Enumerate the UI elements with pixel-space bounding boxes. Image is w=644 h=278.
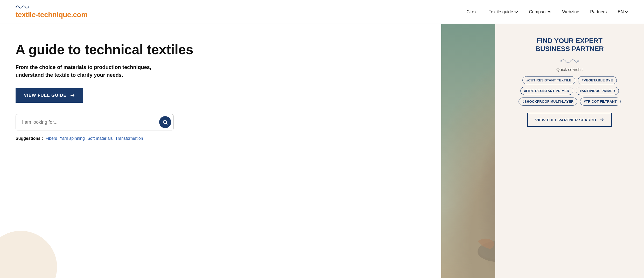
tag-antivirus[interactable]: #ANTIVIRUS PRIMER <box>576 87 619 95</box>
main-nav: Citext Textile guide Companies Webzine P… <box>466 9 628 15</box>
nav-partners[interactable]: Partners <box>590 9 607 15</box>
tag-tricot-filtrant[interactable]: #TRICOT FILTRANT <box>580 98 621 106</box>
nav-citext[interactable]: Citext <box>466 9 478 15</box>
tag-vegetable-dye[interactable]: #VEGETABLE DYE <box>578 76 617 84</box>
quick-search-label: Quick search : <box>556 67 583 72</box>
arc-mask <box>374 24 407 278</box>
decorative-circle <box>0 231 57 278</box>
search-icon <box>162 119 168 125</box>
tags-container: #CUT RESISTANT TEXTILE #VEGETABLE DYE #F… <box>506 76 634 106</box>
arrow-right-icon <box>70 93 75 98</box>
nav-companies[interactable]: Companies <box>529 9 551 15</box>
chevron-down-icon <box>514 10 518 14</box>
nav-textile-guide[interactable]: Textile guide <box>489 9 518 15</box>
expert-panel-title: FIND YOUR EXPERT BUSINESS PARTNER <box>535 37 604 53</box>
suggestion-transformation[interactable]: Transformation <box>115 136 143 141</box>
hero-title: A guide to technical textiles <box>16 42 358 58</box>
view-full-partner-search-button[interactable]: VIEW FULL PARTNER SEARCH <box>527 113 612 127</box>
search-input[interactable] <box>16 114 174 130</box>
chevron-down-icon <box>625 10 628 14</box>
arrow-right-icon <box>599 117 604 122</box>
tag-cut-resistant[interactable]: #CUT RESISTANT TEXTILE <box>522 76 575 84</box>
left-panel: A guide to technical textiles From the c… <box>0 24 374 278</box>
svg-point-1 <box>28 6 29 8</box>
expert-partner-panel: FIND YOUR EXPERT BUSINESS PARTNER Quick … <box>495 24 644 278</box>
site-header: textile-technique.com Citext Textile gui… <box>0 0 644 24</box>
suggestion-soft-materials[interactable]: Soft materials <box>87 136 113 141</box>
suggestion-yarn-spinning[interactable]: Yarn spinning <box>60 136 85 141</box>
hero-subtitle: From the choice of materials to producti… <box>16 63 176 79</box>
suggestions-label: Suggestions : <box>16 136 43 141</box>
wave-icon <box>16 5 30 9</box>
view-guide-button[interactable]: VIEW FULL GUIDE <box>16 88 83 103</box>
svg-point-6 <box>578 61 579 62</box>
language-selector[interactable]: EN <box>618 9 628 15</box>
logo-icon <box>16 5 87 10</box>
right-panel: FIND YOUR EXPERT BUSINESS PARTNER Quick … <box>374 24 644 278</box>
svg-point-5 <box>561 61 562 62</box>
tag-fire-resistant[interactable]: #FIRE RESISTANT PRIMER <box>520 87 573 95</box>
search-container <box>16 114 174 130</box>
logo[interactable]: textile-technique.com <box>16 5 87 19</box>
wave-decoration <box>561 58 579 64</box>
nav-webzine[interactable]: Webzine <box>562 9 579 15</box>
main-content: A guide to technical textiles From the c… <box>0 24 644 278</box>
search-button[interactable] <box>159 116 171 128</box>
suggestions-row: Suggestions : Fibers Yarn spinning Soft … <box>16 136 358 141</box>
svg-point-0 <box>16 6 17 8</box>
logo-text[interactable]: textile-technique.com <box>16 11 87 19</box>
suggestion-fibers[interactable]: Fibers <box>46 136 57 141</box>
decorative-wave <box>561 58 579 64</box>
tag-shockproof[interactable]: #SHOCKPROOF MULTI-LAYER <box>519 98 577 106</box>
